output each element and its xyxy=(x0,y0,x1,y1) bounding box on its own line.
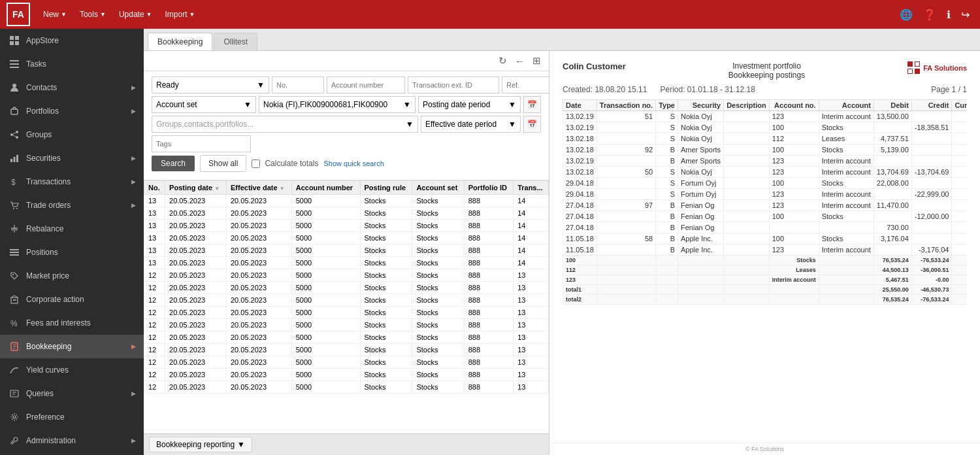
main-content: ↻ ← ⊞ Ready ▼ xyxy=(144,51,549,455)
preview-table: DateTransaction no.TypeSecurityDescripti… xyxy=(563,99,967,305)
tools-menu[interactable]: Tools ▼ xyxy=(74,7,111,22)
grid-icon xyxy=(8,34,21,47)
preview-subtotal-row: total276,535.24-76,533.240.00 xyxy=(563,295,968,305)
transaction-ext-id-input[interactable] xyxy=(408,76,499,93)
sidebar-item-appstore[interactable]: AppStore xyxy=(0,29,144,52)
bookkeeping-reporting-button[interactable]: Bookkeeping reporting ▼ xyxy=(149,437,252,452)
refresh-button[interactable]: ↻ xyxy=(496,54,510,68)
table-row[interactable]: 12 20.05.2023 20.05.2023 5000 Stocks Sto… xyxy=(144,307,549,319)
preview-table-row: 27.04.1897BFenian Og123Interim account11… xyxy=(563,200,968,211)
share-icon xyxy=(8,128,21,141)
lines-icon xyxy=(8,246,21,259)
sidebar-extra-1 xyxy=(0,452,144,455)
sidebar-item-portfolios[interactable]: Portfolios ▶ xyxy=(0,99,144,123)
back-button[interactable]: ← xyxy=(512,54,527,68)
sidebar-item-queries[interactable]: Queries ▶ xyxy=(0,382,144,405)
arrow-icon: ▶ xyxy=(131,84,136,91)
update-menu[interactable]: Update ▼ xyxy=(114,7,157,22)
nokia-filter[interactable]: Nokia (FI),FIK009000681,FIK00900 ▼ xyxy=(259,96,416,113)
table-row[interactable]: 12 20.05.2023 20.05.2023 5000 Stocks Sto… xyxy=(144,356,549,369)
preview-client-name: Colin Customer xyxy=(563,61,626,71)
svg-point-25 xyxy=(12,274,14,275)
sidebar-item-administration[interactable]: Administration ▶ xyxy=(0,429,144,452)
sidebar-item-contacts[interactable]: Contacts ▶ xyxy=(0,76,144,99)
sidebar-item-rebalance[interactable]: Rebalance xyxy=(0,217,144,241)
account-set-filter[interactable]: Account set ▼ xyxy=(152,96,256,113)
logout-icon[interactable]: ↪ xyxy=(957,6,973,24)
sidebar-item-market-price[interactable]: Market price xyxy=(0,264,144,288)
table-row[interactable]: 13 20.05.2023 20.05.2023 5000 Stocks Sto… xyxy=(144,220,549,232)
sidebar-item-groups[interactable]: Groups xyxy=(0,123,144,146)
tab-bookkeeping[interactable]: Bookkeeping xyxy=(148,33,212,50)
sidebar-item-tasks[interactable]: Tasks xyxy=(0,52,144,76)
info-icon[interactable]: ℹ xyxy=(943,6,955,24)
table-row[interactable]: 12 20.05.2023 20.05.2023 5000 Stocks Sto… xyxy=(144,269,549,282)
table-row[interactable]: 13 20.05.2023 20.05.2023 5000 Stocks Sto… xyxy=(144,244,549,257)
table-row[interactable]: 12 20.05.2023 20.05.2023 5000 Stocks Sto… xyxy=(144,282,549,294)
preview-table-row: 13.02.19SNokia Oyj100Stocks-18,358.51EUR… xyxy=(563,122,968,133)
svg-rect-27 xyxy=(13,299,14,301)
sidebar-item-positions[interactable]: Positions xyxy=(0,241,144,264)
col-posting-date[interactable]: Posting date ▼ xyxy=(165,181,227,195)
search-button[interactable]: Search xyxy=(152,156,195,171)
no-input[interactable] xyxy=(272,76,324,93)
tags-input[interactable] xyxy=(152,135,251,152)
svg-rect-15 xyxy=(14,157,16,162)
sidebar-item-securities[interactable]: Securities ▶ xyxy=(0,146,144,170)
svg-text:%: % xyxy=(10,319,18,328)
chevron-down-icon: ▼ xyxy=(100,11,106,18)
table-row[interactable]: 13 20.05.2023 20.05.2023 5000 Stocks Sto… xyxy=(144,257,549,269)
table-row[interactable]: 13 20.05.2023 20.05.2023 5000 Stocks Sto… xyxy=(144,232,549,244)
table-row[interactable]: 12 20.05.2023 20.05.2023 5000 Stocks Sto… xyxy=(144,381,549,394)
preview-content: Colin Customer Investment portfolio Book… xyxy=(549,51,980,443)
preview-table-row: 13.02.1850SNokia Oyj123Interim account13… xyxy=(563,167,968,178)
status-filter[interactable]: Ready ▼ xyxy=(152,76,269,93)
table-row[interactable]: 13 20.05.2023 20.05.2023 5000 Stocks Sto… xyxy=(144,207,549,220)
sidebar-item-preference[interactable]: Preference xyxy=(0,405,144,429)
add-button[interactable]: ⊞ xyxy=(530,54,544,68)
chevron-down-icon: ▼ xyxy=(508,120,516,129)
effective-date-picker[interactable]: 📅 xyxy=(523,116,541,133)
table-row[interactable]: 13 20.05.2023 20.05.2023 5000 Stocks Sto… xyxy=(144,195,549,207)
table-row[interactable]: 12 20.05.2023 20.05.2023 5000 Stocks Sto… xyxy=(144,331,549,344)
show-quick-search-link[interactable]: Show quick search xyxy=(323,160,384,167)
preview-table-row: 27.04.18BFenian Og730.00EUR1.0000730.00 xyxy=(563,222,968,233)
new-menu[interactable]: New ▼ xyxy=(38,7,72,22)
posting-date-filter[interactable]: Posting date period ▼ xyxy=(418,96,521,113)
table-row[interactable]: 12 20.05.2023 20.05.2023 5000 Stocks Sto… xyxy=(144,319,549,331)
effective-date-filter[interactable]: Effective date period ▼ xyxy=(421,116,521,133)
table-row[interactable]: 12 20.05.2023 20.05.2023 5000 Stocks Sto… xyxy=(144,294,549,307)
svg-rect-6 xyxy=(10,67,19,68)
svg-rect-28 xyxy=(15,299,16,301)
ref-input[interactable] xyxy=(502,76,549,93)
posting-date-picker[interactable]: 📅 xyxy=(523,96,541,113)
calculate-totals-checkbox[interactable] xyxy=(252,160,260,168)
wrench-icon xyxy=(8,434,21,447)
col-account-set: Account set xyxy=(412,181,464,195)
sidebar-item-corporate-action[interactable]: Corporate action xyxy=(0,288,144,311)
globe-icon[interactable]: 🌐 xyxy=(896,6,917,24)
preview-report-title: Investment portfolio xyxy=(728,61,805,71)
account-number-input[interactable] xyxy=(327,76,405,93)
chevron-down-icon: ▼ xyxy=(146,11,152,18)
sidebar: AppStore Tasks Contacts ▶ Portfolios ▶ xyxy=(0,29,144,455)
table-row[interactable]: 12 20.05.2023 20.05.2023 5000 Stocks Sto… xyxy=(144,344,549,356)
import-menu[interactable]: Import ▼ xyxy=(160,7,201,22)
sidebar-item-trade-orders[interactable]: Trade orders ▶ xyxy=(0,194,144,217)
gear-icon xyxy=(8,411,21,424)
show-all-button[interactable]: Show all xyxy=(200,155,246,172)
col-effective-date[interactable]: Effective date ▼ xyxy=(227,181,292,195)
sidebar-item-fees-and-interests[interactable]: % Fees and interests xyxy=(0,311,144,335)
sidebar-item-transactions[interactable]: $ Transactions ▶ xyxy=(0,170,144,194)
calculate-totals-label[interactable]: Calculate totals xyxy=(252,159,318,168)
app-logo[interactable]: FA xyxy=(7,3,30,26)
groups-filter[interactable]: Groups,contacts,portfolios... ▼ xyxy=(152,116,418,133)
svg-point-39 xyxy=(13,416,16,418)
curve-icon xyxy=(8,363,21,377)
sidebar-item-bookkeeping[interactable]: Bookkeeping ▶ xyxy=(0,335,144,358)
sidebar-item-yield-curves[interactable]: Yield curves xyxy=(0,358,144,382)
help-icon[interactable]: ❓ xyxy=(919,6,940,24)
table-row[interactable]: 12 20.05.2023 20.05.2023 5000 Stocks Sto… xyxy=(144,369,549,381)
svg-rect-23 xyxy=(10,252,19,253)
tab-ollitest[interactable]: Ollitest xyxy=(214,33,257,50)
